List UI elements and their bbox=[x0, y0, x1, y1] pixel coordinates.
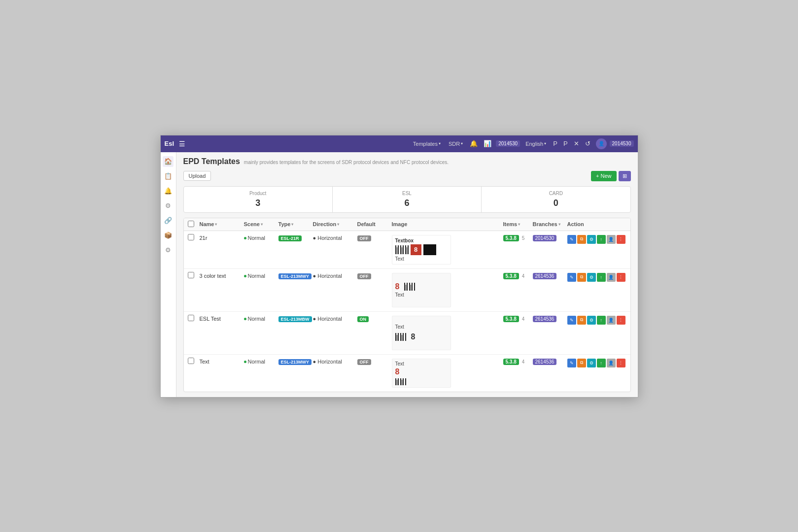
table-row: 3 color text Normal ESL-213MWY ● Horizon… bbox=[184, 269, 630, 312]
row1-copy-button[interactable]: ⧉ bbox=[577, 235, 586, 244]
hamburger-icon[interactable]: ☰ bbox=[179, 140, 185, 148]
nav-language[interactable]: English ▾ bbox=[523, 140, 549, 148]
type-sort-icon: ▾ bbox=[291, 222, 293, 227]
row1-more-button[interactable]: ⋮ bbox=[617, 235, 625, 244]
row3-barcode bbox=[395, 333, 406, 341]
row4-user-button[interactable]: 👤 bbox=[607, 359, 616, 367]
row2-upload-button[interactable]: ↑ bbox=[597, 273, 606, 282]
row1-scene: Normal bbox=[244, 234, 278, 242]
row4-name: Text bbox=[200, 358, 244, 366]
p2-icon[interactable]: P bbox=[562, 140, 569, 147]
row4-checkbox[interactable] bbox=[188, 358, 194, 364]
row2-edit-button[interactable]: ✎ bbox=[567, 273, 576, 282]
row2-settings-button[interactable]: ⚙ bbox=[587, 273, 596, 282]
p-icon[interactable]: P bbox=[552, 140, 559, 147]
sidebar-item-home[interactable]: 🏠 bbox=[163, 156, 173, 167]
row3-edit-button[interactable]: ✎ bbox=[567, 316, 576, 325]
row3-name: ESL Test bbox=[200, 315, 244, 323]
row2-direction: ● Horizontal bbox=[313, 272, 357, 280]
table-header: Name▾ Scene▾ Type▾ Direction▾ Default Im… bbox=[184, 218, 630, 231]
row3-upload-button[interactable]: ↑ bbox=[597, 316, 606, 325]
th-direction[interactable]: Direction▾ bbox=[313, 221, 357, 227]
row1-settings-button[interactable]: ⚙ bbox=[587, 235, 596, 244]
th-items[interactable]: Items▾ bbox=[503, 221, 533, 227]
row2-more-button[interactable]: ⋮ bbox=[617, 273, 625, 282]
row3-img-text-top: Text bbox=[395, 324, 404, 330]
sidebar-item-settings[interactable]: ⚙ bbox=[163, 200, 173, 211]
new-button[interactable]: + New bbox=[591, 171, 617, 181]
row2-branches: 2614536 bbox=[533, 272, 567, 280]
th-checkbox bbox=[188, 221, 200, 228]
row4-edit-button[interactable]: ✎ bbox=[567, 359, 576, 367]
upload-button[interactable]: Upload bbox=[183, 171, 211, 181]
row3-more-button[interactable]: ⋮ bbox=[617, 316, 625, 325]
row4-settings-button[interactable]: ⚙ bbox=[587, 359, 596, 367]
row4-more-button[interactable]: ⋮ bbox=[617, 359, 625, 367]
chart-icon[interactable]: 📊 bbox=[482, 140, 493, 147]
app-logo: EsI bbox=[165, 140, 174, 147]
branches-sort-icon: ▾ bbox=[558, 222, 560, 227]
row3-type: ESL-213MBW bbox=[278, 315, 313, 323]
avatar[interactable]: 👤 bbox=[596, 138, 607, 149]
grid-button[interactable]: ⊞ bbox=[619, 171, 631, 181]
th-type[interactable]: Type▾ bbox=[278, 221, 313, 227]
nav-templates[interactable]: Templates ▾ bbox=[411, 140, 443, 148]
row1-upload-button[interactable]: ↑ bbox=[597, 235, 606, 244]
th-branches[interactable]: Branches▾ bbox=[533, 221, 567, 227]
row2-image: 8 bbox=[392, 272, 503, 308]
row2-barcode bbox=[404, 283, 415, 291]
row4-img-text: Text bbox=[395, 361, 404, 366]
nav-sdr[interactable]: SDR ▾ bbox=[446, 140, 465, 148]
close-icon[interactable]: ✕ bbox=[572, 140, 581, 147]
bell-icon[interactable]: 🔔 bbox=[468, 140, 479, 147]
row2-actions: ✎ ⧉ ⚙ ↑ 👤 ⋮ bbox=[567, 272, 626, 283]
row3-checkbox[interactable] bbox=[188, 315, 194, 321]
row4-actions: ✎ ⧉ ⚙ ↑ 👤 ⋮ bbox=[567, 358, 626, 368]
row4-items: 5.3.8 4 bbox=[503, 358, 533, 366]
sidebar-item-box[interactable]: 📦 bbox=[163, 230, 173, 241]
direction-sort-icon: ▾ bbox=[337, 222, 339, 227]
lang-caret-icon: ▾ bbox=[544, 141, 546, 146]
row3-direction: ● Horizontal bbox=[313, 315, 357, 323]
select-all-checkbox[interactable] bbox=[188, 221, 194, 227]
row4-red-num: 8 bbox=[395, 367, 400, 376]
sidebar: 🏠 📋 🔔 ⚙ 🔗 📦 ⚙ bbox=[161, 152, 176, 397]
toolbar: Upload + New ⊞ bbox=[183, 171, 631, 181]
items-sort-icon: ▾ bbox=[518, 222, 520, 227]
row1-user-button[interactable]: 👤 bbox=[607, 235, 616, 244]
badge-number: 2014530 bbox=[496, 140, 520, 147]
row1-checkbox[interactable] bbox=[188, 234, 194, 240]
sidebar-item-link[interactable]: 🔗 bbox=[163, 215, 173, 226]
row2-red-num: 8 bbox=[395, 282, 400, 291]
row2-copy-button[interactable]: ⧉ bbox=[577, 273, 586, 282]
row2-user-button[interactable]: 👤 bbox=[607, 273, 616, 282]
row4-default: OFF bbox=[357, 358, 392, 366]
stat-product-value: 3 bbox=[191, 198, 325, 208]
row1-direction: ● Horizontal bbox=[313, 234, 357, 242]
row3-settings-button[interactable]: ⚙ bbox=[587, 316, 596, 325]
row4-upload-button[interactable]: ↑ bbox=[597, 359, 606, 367]
page-title: EPD Templates bbox=[183, 157, 240, 166]
row2-img-text: Text bbox=[395, 292, 404, 298]
row1-items: 5.3.8 5 bbox=[503, 234, 533, 242]
row1-image: Textbox bbox=[392, 234, 503, 266]
th-name[interactable]: Name▾ bbox=[200, 221, 244, 227]
th-action: Action bbox=[567, 221, 626, 227]
row2-checkbox[interactable] bbox=[188, 272, 194, 278]
page-header: EPD Templates mainly provides templates … bbox=[183, 157, 631, 166]
row2-scene: Normal bbox=[244, 272, 278, 280]
th-scene[interactable]: Scene▾ bbox=[244, 221, 278, 227]
row1-edit-button[interactable]: ✎ bbox=[567, 235, 576, 244]
refresh-icon[interactable]: ↺ bbox=[584, 140, 592, 147]
sidebar-item-list[interactable]: 📋 bbox=[163, 171, 173, 182]
row3-user-button[interactable]: 👤 bbox=[607, 316, 616, 325]
sidebar-item-bell[interactable]: 🔔 bbox=[163, 186, 173, 197]
row1-image-title: Textbox bbox=[395, 238, 414, 243]
table-row: 21r Normal ESL-21R ● Horizontal OFF Text… bbox=[184, 231, 630, 269]
row4-copy-button[interactable]: ⧉ bbox=[577, 359, 586, 367]
sidebar-item-gear[interactable]: ⚙ bbox=[163, 245, 173, 256]
sdr-caret-icon: ▾ bbox=[461, 141, 463, 146]
row4-type: ESL-213MWY bbox=[278, 358, 313, 366]
row3-copy-button[interactable]: ⧉ bbox=[577, 316, 586, 325]
row3-default: ON bbox=[357, 315, 392, 323]
